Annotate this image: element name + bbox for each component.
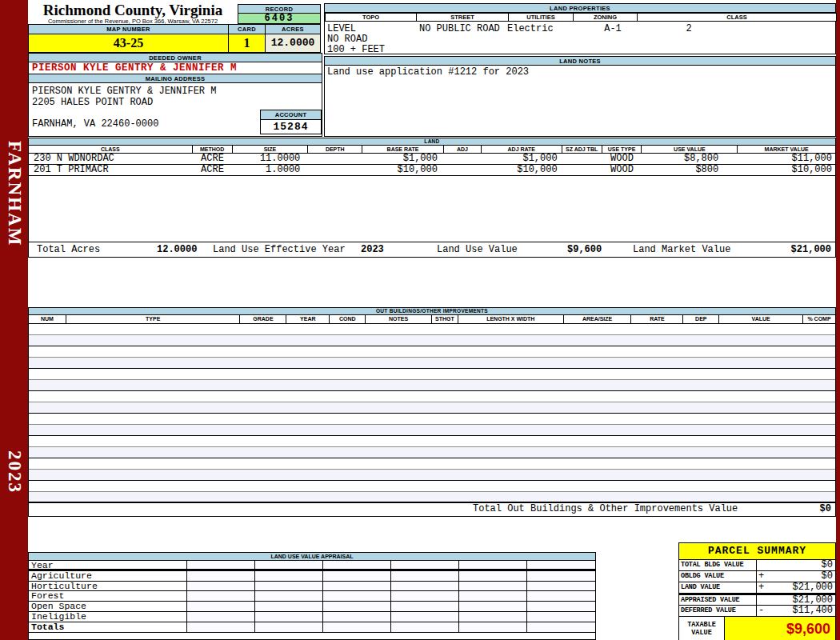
out-buildings-empty-rows bbox=[29, 324, 835, 503]
appraisal-empty-cell bbox=[255, 622, 323, 632]
appraisal-empty-cell bbox=[255, 591, 323, 601]
appraisal-empty-cell bbox=[527, 612, 595, 622]
out-building-empty-row bbox=[29, 425, 835, 436]
parcel-summary: PARCEL SUMMARY TOTAL BLDG VALUE $0 OBLDG… bbox=[678, 542, 836, 640]
taxable-value-row: TAXABLE VALUE $9,600 bbox=[679, 617, 835, 640]
appraisal-empty-cell bbox=[323, 591, 391, 601]
land-notes-box: LAND NOTES Land use application #1212 fo… bbox=[324, 56, 836, 137]
land-header-adj-rate: ADJ RATE bbox=[482, 146, 562, 153]
lp-header-street: STREET bbox=[416, 13, 509, 22]
lp-street-value: NO PUBLIC ROAD bbox=[419, 23, 500, 34]
appraisal-row: Ineligible bbox=[29, 612, 595, 622]
appraisal-empty-cell bbox=[391, 582, 459, 591]
land-properties-box: LAND PROPERTIES TOPO STREET UTILITIES ZO… bbox=[324, 3, 836, 54]
summary-row: DEFERRED VALUE -$11,400 bbox=[679, 606, 835, 617]
appraisal-empty-cell bbox=[255, 612, 323, 622]
ob-header-comp: % COMP bbox=[803, 315, 835, 323]
out-buildings-total-row: Total Out Buildings & Other Improvements… bbox=[29, 502, 835, 516]
land-use-appraisal-title: LAND USE VALUE APPRAISAL bbox=[29, 553, 595, 561]
land-use-appraisal-table: LAND USE VALUE APPRAISAL Year Agricultur… bbox=[28, 552, 596, 640]
summary-row-value: $21,000 bbox=[757, 595, 835, 605]
summary-row-value: +$21,000 bbox=[757, 582, 835, 593]
out-building-empty-row bbox=[29, 470, 835, 481]
ob-header-notes: NOTES bbox=[366, 315, 432, 323]
summary-row-label: TOTAL BLDG VALUE bbox=[679, 560, 757, 570]
summary-row-value: +$0 bbox=[757, 571, 835, 582]
card-value: 1 bbox=[228, 34, 266, 53]
effective-year-label: Land Use Effective Year bbox=[213, 242, 346, 257]
summary-row: TOTAL BLDG VALUE $0 bbox=[679, 560, 835, 571]
out-building-empty-row bbox=[29, 447, 835, 458]
summary-amount: $0 bbox=[822, 570, 833, 582]
out-building-empty-row bbox=[29, 481, 835, 492]
out-building-empty-row bbox=[29, 380, 835, 391]
appraisal-empty-cell bbox=[527, 602, 595, 611]
land-header-use-type: USE TYPE bbox=[602, 146, 642, 153]
summary-row-value: -$11,400 bbox=[757, 606, 835, 616]
lp-header-utilities: UTILITIES bbox=[508, 13, 574, 22]
appraisal-empty-cell bbox=[391, 612, 459, 622]
lp-header-topo: TOPO bbox=[325, 13, 417, 22]
land-cell: ACRE bbox=[193, 154, 233, 164]
land-header-use-value: USE VALUE bbox=[642, 146, 738, 153]
appraisal-empty-cell bbox=[527, 591, 595, 601]
land-header-row: CLASS METHOD SIZE DEPTH BASE RATE ADJ AD… bbox=[29, 146, 835, 154]
appraisal-empty-cell bbox=[323, 561, 391, 569]
land-cell bbox=[562, 154, 602, 164]
ob-header-length-width: LENGTH X WIDTH bbox=[458, 315, 564, 323]
county-title: Richmond County, Virginia bbox=[28, 2, 238, 18]
land-header-size: SIZE bbox=[233, 146, 309, 153]
land-use-value-label: Land Use Value bbox=[437, 242, 518, 257]
appraisal-empty-cell bbox=[323, 622, 391, 632]
record-card-panel: Richmond County, Virginia Commissioner o… bbox=[28, 0, 836, 640]
taxable-label-line2: VALUE bbox=[679, 629, 724, 637]
account-value: 15284 bbox=[260, 119, 322, 134]
district-sidebar-label: FARNHAM bbox=[4, 141, 25, 246]
appraisal-row-label: Open Space bbox=[29, 602, 187, 611]
land-cell bbox=[444, 154, 482, 164]
land-cell: 11.0000 bbox=[232, 154, 308, 164]
land-cell: $800 bbox=[642, 165, 738, 175]
out-building-empty-row bbox=[29, 414, 835, 425]
total-acres-label: Total Acres bbox=[37, 242, 100, 257]
out-building-empty-row bbox=[29, 369, 835, 380]
summary-operator: + bbox=[758, 582, 764, 593]
appraisal-row: Forest bbox=[29, 591, 595, 602]
summary-row-label: OBLDG VALUE bbox=[679, 571, 757, 582]
appraisal-empty-cell bbox=[187, 561, 255, 569]
appraisal-empty-cell bbox=[323, 571, 391, 581]
appraisal-row: Open Space bbox=[29, 602, 595, 612]
ob-total-value: $0 bbox=[820, 502, 831, 516]
land-cell: $10,000 bbox=[482, 165, 562, 175]
land-cell: WOOD bbox=[602, 154, 642, 164]
out-buildings-title: OUT BUILDINGS/OTHER IMPROVEMENTS bbox=[29, 308, 835, 315]
summary-operator: + bbox=[758, 571, 764, 582]
land-cell: 230 N WDNORDAC bbox=[29, 154, 193, 164]
ob-header-sthgt: STHGT bbox=[432, 315, 458, 323]
out-building-empty-row bbox=[29, 402, 835, 414]
total-acres-value: 12.0000 bbox=[157, 242, 197, 257]
land-header-method: METHOD bbox=[193, 146, 233, 153]
land-title: LAND bbox=[29, 138, 835, 146]
appraisal-empty-cell bbox=[459, 561, 527, 569]
summary-amount: $11,400 bbox=[793, 605, 833, 616]
land-cell: ACRE bbox=[193, 165, 233, 175]
appraisal-row: Agriculture bbox=[29, 571, 595, 582]
summary-row: APPRAISED VALUE $21,000 bbox=[679, 594, 835, 606]
summary-row: OBLDG VALUE +$0 bbox=[679, 571, 835, 582]
summary-row-value: $0 bbox=[757, 560, 835, 570]
summary-operator: - bbox=[758, 606, 764, 616]
summary-row-label: APPRAISED VALUE bbox=[679, 595, 757, 605]
lp-class-value: 2 bbox=[677, 23, 701, 34]
acres-value: 12.0000 bbox=[265, 34, 321, 53]
appraisal-empty-cell bbox=[255, 571, 323, 581]
land-header-base-rate: BASE RATE bbox=[362, 146, 444, 153]
taxable-value-amount: $9,600 bbox=[725, 617, 835, 640]
appraisal-empty-cell bbox=[459, 591, 527, 601]
out-building-empty-row bbox=[29, 346, 835, 358]
deeded-owner-name: PIERSON KYLE GENTRY & JENNIFER M bbox=[28, 62, 322, 74]
mailing-address-line2: 2205 HALES POINT ROAD bbox=[29, 97, 322, 108]
ob-header-type: TYPE bbox=[66, 315, 241, 323]
appraisal-empty-cell bbox=[459, 612, 527, 622]
land-market-value: $21,000 bbox=[791, 242, 831, 257]
